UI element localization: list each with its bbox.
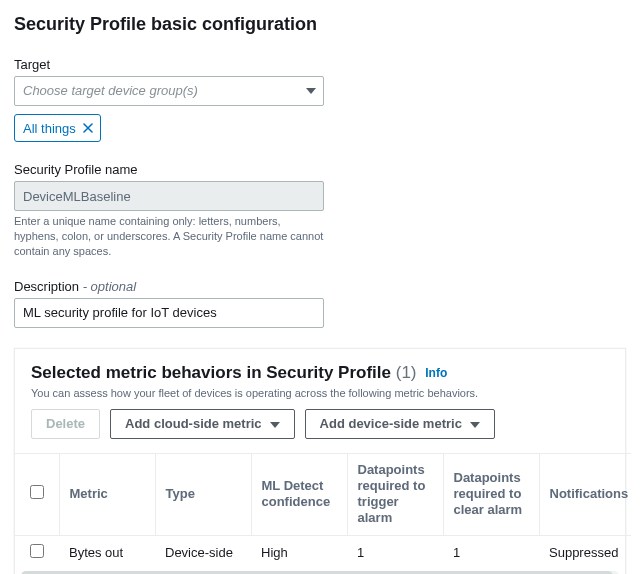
target-token: All things	[14, 114, 101, 142]
behaviors-subtitle: You can assess how your fleet of devices…	[31, 387, 609, 399]
behaviors-title-text: Selected metric behaviors in Security Pr…	[31, 363, 391, 382]
close-icon[interactable]	[82, 122, 94, 134]
name-label: Security Profile name	[14, 162, 626, 177]
description-label-text: Description	[14, 279, 79, 294]
cell-notif: Suppressed	[539, 535, 631, 569]
table-row: Bytes out Device-side High 1 1 Suppresse…	[15, 535, 631, 569]
add-cloud-metric-button[interactable]: Add cloud-side metric	[110, 409, 295, 439]
description-input[interactable]	[14, 298, 324, 328]
description-optional: - optional	[83, 279, 136, 294]
cell-type: Device-side	[155, 535, 251, 569]
row-checkbox[interactable]	[30, 544, 44, 558]
target-select[interactable]: Choose target device group(s)	[14, 76, 324, 106]
name-input[interactable]	[14, 181, 324, 211]
col-notif: Notifications	[539, 453, 631, 535]
behaviors-count: (1)	[396, 363, 417, 382]
delete-button[interactable]: Delete	[31, 409, 100, 439]
col-ml-conf: ML Detect confidence	[251, 453, 347, 535]
info-link[interactable]: Info	[425, 366, 447, 380]
name-hint: Enter a unique name containing only: let…	[14, 214, 324, 259]
cell-metric: Bytes out	[59, 535, 155, 569]
cell-ml-conf: High	[251, 535, 347, 569]
behaviors-panel: Selected metric behaviors in Security Pr…	[14, 348, 626, 574]
cell-dp-trigger: 1	[347, 535, 443, 569]
behaviors-title: Selected metric behaviors in Security Pr…	[31, 363, 609, 383]
add-device-label: Add device-side metric	[320, 416, 462, 431]
behaviors-table: Metric Type ML Detect confidence Datapoi…	[15, 453, 631, 569]
page-title: Security Profile basic configuration	[14, 14, 626, 35]
add-device-metric-button[interactable]: Add device-side metric	[305, 409, 495, 439]
col-dp-trigger: Datapoints required to trigger alarm	[347, 453, 443, 535]
horizontal-scrollbar[interactable]	[21, 571, 619, 574]
cell-dp-clear: 1	[443, 535, 539, 569]
col-type: Type	[155, 453, 251, 535]
caret-down-icon	[470, 416, 480, 431]
description-label: Description - optional	[14, 279, 626, 294]
target-token-label: All things	[23, 121, 76, 136]
col-metric: Metric	[59, 453, 155, 535]
target-label: Target	[14, 57, 626, 72]
add-cloud-label: Add cloud-side metric	[125, 416, 262, 431]
select-all-checkbox[interactable]	[30, 485, 44, 499]
col-dp-clear: Datapoints required to clear alarm	[443, 453, 539, 535]
caret-down-icon	[270, 416, 280, 431]
